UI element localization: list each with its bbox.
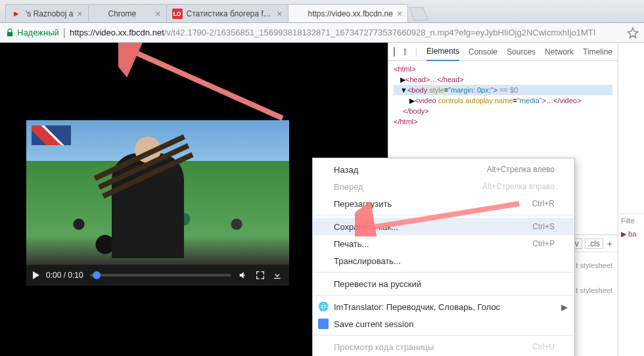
secure-label: Надежный xyxy=(17,28,59,37)
favicon-blank-icon xyxy=(294,9,304,19)
favicon-blank-icon xyxy=(94,9,104,19)
ctx-imtranslator[interactable]: 🌐ImTranslator: Переводчик, Словарь, Голо… xyxy=(313,298,574,315)
device-toggle-icon[interactable] xyxy=(404,49,405,55)
dom-node[interactable]: ▶<video controls autoplay name="media">…… xyxy=(394,95,612,106)
video-time: 0:00 / 0:10 xyxy=(46,271,83,280)
video-player[interactable]: 0:00 / 0:10 xyxy=(26,120,289,286)
devtools-tab-elements[interactable]: Elements xyxy=(426,43,459,61)
lock-icon xyxy=(5,28,14,37)
submenu-arrow-icon: ▶ xyxy=(561,302,568,312)
inspect-element-icon[interactable] xyxy=(394,47,395,56)
browser-tab-1[interactable]: Chrome× xyxy=(88,4,167,22)
bookmark-star-icon[interactable] xyxy=(627,27,639,39)
url-path: /v/t42.1790-2/16356851_156993818132871_1… xyxy=(164,28,596,37)
video-frame[interactable] xyxy=(26,120,289,265)
close-icon[interactable]: × xyxy=(77,9,82,19)
close-icon[interactable]: × xyxy=(397,9,402,19)
dom-tree[interactable]: <html> ▶<head>…</head> ▼<body style="mar… xyxy=(388,61,618,129)
side-gutter: Filte ▶ ba xyxy=(618,43,644,356)
separator: | xyxy=(63,27,66,39)
video-controls: 0:00 / 0:10 xyxy=(26,265,289,286)
tab-label: https://video.xx.fbcdn.ne xyxy=(308,9,393,18)
globe-icon: 🌐 xyxy=(318,301,329,312)
video-progress[interactable] xyxy=(90,274,231,277)
url-host: https://video.xx.fbcdn.net xyxy=(70,28,164,37)
url-field[interactable]: https://video.xx.fbcdn.net/v/t42.1790-2/… xyxy=(70,28,595,37)
browser-tab-3[interactable]: https://video.xx.fbcdn.ne× xyxy=(288,4,409,22)
close-icon[interactable]: × xyxy=(277,9,282,19)
ctx-cast[interactable]: Транслировать... xyxy=(313,252,574,269)
volume-icon[interactable] xyxy=(238,270,248,280)
ctx-save-session[interactable]: Save current session xyxy=(313,315,574,332)
play-button[interactable] xyxy=(33,271,39,279)
new-tab-button[interactable] xyxy=(409,7,428,20)
dom-node[interactable]: </body> xyxy=(403,107,429,115)
ctx-save-as[interactable]: Сохранить как...Ctrl+S xyxy=(313,218,574,235)
favicon-play-icon: ▶ xyxy=(11,9,22,19)
devtools-toolbar: | Elements Console Sources Network Timel… xyxy=(388,43,618,61)
devtools-tab-sources[interactable]: Sources xyxy=(507,43,536,60)
context-menu: НазадAlt+Стрелка влево ВпередAlt+Стрелка… xyxy=(312,158,575,356)
ctx-forward: ВпередAlt+Стрелка вправо xyxy=(313,178,574,195)
ba-node[interactable]: ▶ ba xyxy=(618,227,644,241)
ctx-translate[interactable]: Перевести на русский xyxy=(313,275,574,292)
dom-node-selected[interactable]: ▼<body style="margin: 0px;"> == $0 xyxy=(394,85,612,95)
separator: | xyxy=(415,47,417,56)
ctx-print[interactable]: Печать...Ctrl+P xyxy=(313,235,574,252)
browser-tab-0[interactable]: ▶'s Raznoboj a× xyxy=(5,4,89,22)
fullscreen-icon[interactable] xyxy=(255,270,265,280)
session-icon xyxy=(318,319,329,329)
devtools-tab-timeline[interactable]: Timeline xyxy=(583,43,612,60)
address-bar: Надежный | https://video.xx.fbcdn.net/v/… xyxy=(0,23,644,43)
devtools-tab-console[interactable]: Console xyxy=(469,43,497,60)
dom-node[interactable]: <html> xyxy=(394,65,416,73)
devtools-tab-network[interactable]: Network xyxy=(545,43,574,60)
dom-node[interactable]: </html> xyxy=(394,118,418,125)
filter-label: Filte xyxy=(618,213,644,227)
tab-label: Статистика блогера fotc xyxy=(187,9,273,18)
download-icon[interactable] xyxy=(272,270,283,280)
ctx-reload[interactable]: ПерезагрузитьCtrl+R xyxy=(313,195,574,212)
tab-strip: ▶'s Raznoboj a× Chrome× LDСтатистика бло… xyxy=(0,0,644,23)
tab-label: Chrome xyxy=(108,9,152,18)
bagpiper-decor xyxy=(112,153,184,258)
ctx-back[interactable]: НазадAlt+Стрелка влево xyxy=(313,161,574,178)
browser-tab-2[interactable]: LDСтатистика блогера fotc× xyxy=(166,4,288,22)
flag-decor xyxy=(32,125,71,145)
dom-node[interactable]: <head>…</head> xyxy=(405,76,464,83)
progress-thumb[interactable] xyxy=(93,271,101,279)
styles-cls-toggle[interactable]: .cls xyxy=(585,238,603,249)
tab-label: 's Raznoboj a xyxy=(26,9,73,18)
new-style-rule-button[interactable]: + xyxy=(607,238,612,249)
ctx-view-source: Просмотр кода страницыCtrl+U xyxy=(313,338,574,355)
close-icon[interactable]: × xyxy=(155,9,160,19)
favicon-ld-icon: LD xyxy=(172,9,183,19)
